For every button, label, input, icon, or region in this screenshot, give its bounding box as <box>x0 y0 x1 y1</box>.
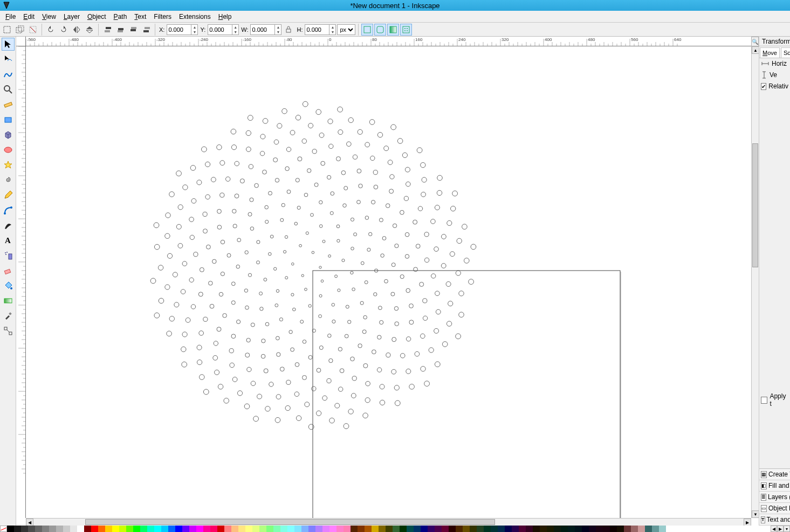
lower-bottom-icon[interactable] <box>140 24 152 36</box>
separator <box>42 24 42 36</box>
svg-point-21 <box>407 30 408 31</box>
raise-top-icon[interactable] <box>101 24 113 36</box>
svg-rect-15 <box>377 26 383 33</box>
svg-rect-17 <box>403 26 409 33</box>
h-input[interactable]: ▲▼ <box>305 24 336 35</box>
menu-extensions[interactable]: Extensions <box>176 12 214 22</box>
y-input[interactable]: ▲▼ <box>208 24 239 35</box>
menu-view[interactable]: View <box>39 12 59 22</box>
title-bar: *New document 1 - Inkscape <box>0 0 790 11</box>
unit-select[interactable]: px <box>337 24 355 35</box>
tool-controls-bar: X: ▲▼ Y: ▲▼ W: ▲▼ H: ▲▼ px <box>0 23 790 37</box>
menu-help[interactable]: Help <box>215 12 235 22</box>
svg-rect-5 <box>105 30 110 32</box>
rotate-cw-icon[interactable] <box>58 24 70 36</box>
menu-filters[interactable]: Filters <box>150 12 175 22</box>
h-label: H: <box>296 26 304 33</box>
window-title: *New document 1 - Inkscape <box>350 2 439 10</box>
flip-horizontal-icon[interactable] <box>71 24 83 36</box>
menu-layer[interactable]: Layer <box>60 12 83 22</box>
y-label: Y: <box>199 26 207 33</box>
svg-rect-16 <box>390 26 396 33</box>
raise-icon[interactable] <box>114 24 126 36</box>
affect-stroke-icon[interactable] <box>361 24 373 36</box>
menu-path[interactable]: Path <box>111 12 130 22</box>
menu-object[interactable]: Object <box>84 12 109 22</box>
menu-edit[interactable]: Edit <box>20 12 38 22</box>
app-icon <box>2 1 11 10</box>
affect-gradient-icon[interactable] <box>387 24 399 36</box>
menu-file[interactable]: File <box>2 12 19 22</box>
x-label: X: <box>158 26 166 33</box>
select-all-icon[interactable] <box>1 24 13 36</box>
lock-aspect-icon[interactable] <box>283 24 294 36</box>
svg-rect-8 <box>118 28 123 30</box>
lower-icon[interactable] <box>127 24 139 36</box>
w-label: W: <box>240 26 249 33</box>
x-input[interactable]: ▲▼ <box>167 24 198 35</box>
svg-rect-10 <box>130 29 136 31</box>
svg-point-19 <box>407 28 408 29</box>
svg-rect-12 <box>143 30 149 32</box>
menu-bar: File Edit View Layer Object Path Text Fi… <box>0 11 790 23</box>
svg-point-20 <box>404 30 406 31</box>
select-all-layers-icon[interactable] <box>14 24 26 36</box>
svg-rect-11 <box>145 27 150 29</box>
svg-rect-1 <box>16 27 22 33</box>
svg-rect-6 <box>106 27 111 29</box>
svg-point-18 <box>404 28 406 29</box>
affect-corners-icon[interactable] <box>374 24 386 36</box>
flip-vertical-icon[interactable] <box>84 24 95 36</box>
separator <box>98 24 99 36</box>
affect-pattern-icon[interactable] <box>400 24 412 36</box>
menu-text[interactable]: Text <box>131 12 149 22</box>
deselect-icon[interactable] <box>27 24 39 36</box>
w-input[interactable]: ▲▼ <box>250 24 281 35</box>
separator <box>155 24 155 36</box>
svg-rect-13 <box>286 29 291 32</box>
svg-rect-2 <box>18 26 24 31</box>
separator <box>358 24 359 36</box>
svg-rect-14 <box>364 26 370 33</box>
svg-line-4 <box>30 27 36 32</box>
svg-rect-7 <box>118 30 123 32</box>
svg-rect-9 <box>131 27 136 29</box>
rotate-ccw-icon[interactable] <box>45 24 57 36</box>
svg-rect-0 <box>4 26 10 33</box>
